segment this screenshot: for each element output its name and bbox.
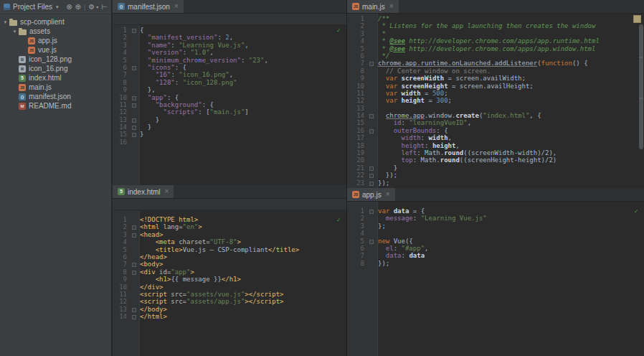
- code-line[interactable]: 9 <h1>{{ message }}</h1>: [113, 276, 346, 283]
- fold-marker-icon[interactable]: [127, 313, 140, 320]
- line-number[interactable]: 5: [347, 45, 364, 52]
- tree-item-vue.js[interactable]: JSvue.js: [0, 45, 111, 55]
- fold-gutter[interactable]: [364, 260, 378, 267]
- line-number[interactable]: 3: [347, 30, 364, 37]
- line-number[interactable]: 6: [113, 64, 127, 71]
- inspection-warning-icon[interactable]: [633, 15, 641, 23]
- line-number[interactable]: 1: [347, 207, 364, 215]
- fold-gutter[interactable]: [127, 246, 140, 253]
- fold-marker-icon[interactable]: [127, 261, 140, 268]
- scrollbar-thumb[interactable]: [639, 24, 643, 149]
- code-line[interactable]: 14 chrome.app.window.create("index.html"…: [347, 112, 644, 119]
- code-line[interactable]: 4 * @see http://developer.chrome.com/app…: [347, 37, 644, 44]
- fold-gutter[interactable]: [127, 284, 140, 291]
- close-tab-icon[interactable]: ×: [389, 3, 394, 10]
- line-number[interactable]: 4: [113, 238, 127, 245]
- code-line[interactable]: 3 "name": "Learning Vue.js",: [113, 42, 346, 49]
- fold-marker-icon[interactable]: [364, 179, 378, 187]
- fold-marker-icon[interactable]: [127, 268, 140, 276]
- code-line[interactable]: 5 "minimum_chrome_version": "23",: [113, 57, 346, 64]
- code-line[interactable]: 13</body>: [113, 306, 346, 313]
- line-number[interactable]: 7: [347, 252, 364, 259]
- code-line[interactable]: 2 * Listens for the app launching then c…: [347, 22, 644, 29]
- fold-marker-icon[interactable]: [364, 112, 378, 119]
- fold-gutter[interactable]: [127, 216, 140, 223]
- fold-gutter[interactable]: [127, 108, 140, 116]
- line-number[interactable]: 17: [347, 134, 364, 141]
- fold-gutter[interactable]: [127, 291, 140, 298]
- fold-gutter[interactable]: [364, 142, 378, 149]
- code-line[interactable]: 12 var height = 300;: [347, 97, 644, 104]
- line-number[interactable]: 11: [347, 90, 364, 97]
- code-line[interactable]: 14</html>: [113, 313, 346, 320]
- code-line[interactable]: 5 * @see http://developer.chrome.com/app…: [347, 45, 644, 52]
- fold-marker-icon[interactable]: [127, 306, 140, 313]
- code-line[interactable]: 9 var screenWidth = screen.availWidth;: [347, 75, 644, 82]
- code-line[interactable]: 5new Vue({: [347, 238, 644, 245]
- fold-marker-icon[interactable]: [364, 238, 378, 245]
- line-number[interactable]: 20: [347, 156, 364, 164]
- code-line[interactable]: 2<html lang="en">: [113, 223, 346, 230]
- fold-marker-icon[interactable]: [127, 101, 140, 108]
- fold-gutter[interactable]: [127, 34, 140, 41]
- hide-panel-icon[interactable]: ⊢: [101, 4, 108, 11]
- code-line[interactable]: 8<div id="app">: [113, 268, 346, 276]
- fold-gutter[interactable]: [127, 57, 140, 64]
- expand-arrow-icon[interactable]: ▼: [11, 29, 19, 34]
- code-line[interactable]: 7<body>: [113, 261, 346, 268]
- code-line[interactable]: 4 <meta charset="UTF-8">: [113, 238, 346, 245]
- code-line[interactable]: 9 },: [113, 86, 346, 93]
- line-number[interactable]: 6: [347, 245, 364, 252]
- code-line[interactable]: 16 outerBounds: {: [347, 127, 644, 134]
- line-number[interactable]: 9: [347, 75, 364, 82]
- close-tab-icon[interactable]: ×: [165, 188, 169, 195]
- inspection-ok-icon[interactable]: ✓: [635, 207, 638, 215]
- code-line[interactable]: 11 "background": {: [113, 101, 346, 108]
- code-line[interactable]: 8 "128": "icon_128.png": [113, 79, 346, 86]
- fold-gutter[interactable]: [364, 37, 378, 44]
- code-line[interactable]: 1{: [113, 27, 346, 34]
- code-line[interactable]: 18 height: height,: [347, 142, 644, 149]
- code-line[interactable]: 13 }: [113, 116, 346, 123]
- fold-gutter[interactable]: [364, 30, 378, 37]
- tab-app.js[interactable]: JSapp.js×: [347, 188, 395, 201]
- line-number[interactable]: 4: [347, 230, 364, 237]
- code-line[interactable]: 23});: [347, 179, 644, 187]
- locate-file-icon[interactable]: ⊕: [75, 4, 81, 11]
- tree-item-app.js[interactable]: JSapp.js: [0, 36, 111, 45]
- code-line[interactable]: 3<head>: [113, 231, 346, 238]
- tree-item-README.md[interactable]: MREADME.md: [0, 101, 111, 111]
- line-number[interactable]: 14: [113, 123, 127, 131]
- code-line[interactable]: 11<script src="assets/vue.js"></script>: [113, 291, 346, 298]
- code-line[interactable]: 13: [347, 105, 644, 112]
- fold-marker-icon[interactable]: [364, 207, 378, 215]
- line-number[interactable]: 11: [113, 291, 127, 298]
- code-line[interactable]: 15}: [113, 131, 346, 138]
- line-number[interactable]: 21: [347, 164, 364, 172]
- line-number[interactable]: 2: [347, 215, 364, 222]
- fold-marker-icon[interactable]: [364, 127, 378, 134]
- inspection-ok-icon[interactable]: ✓: [337, 27, 341, 34]
- inspection-ok-icon[interactable]: ✓: [337, 216, 341, 223]
- code-line[interactable]: 4 "version": "1.0",: [113, 49, 346, 56]
- line-number[interactable]: 16: [347, 127, 364, 134]
- code-line[interactable]: 3 *: [347, 30, 644, 37]
- fold-gutter[interactable]: [127, 238, 140, 245]
- project-tool-icon[interactable]: [4, 4, 10, 10]
- line-number[interactable]: 2: [347, 22, 364, 29]
- line-number[interactable]: 6: [113, 253, 127, 261]
- fold-gutter[interactable]: [364, 22, 378, 29]
- code-line[interactable]: 10</div>: [113, 284, 346, 291]
- fold-gutter[interactable]: [364, 15, 378, 22]
- line-number[interactable]: 5: [113, 57, 127, 64]
- fold-marker-icon[interactable]: [127, 231, 140, 238]
- code-line[interactable]: 4: [347, 230, 644, 237]
- code-line[interactable]: 10 var screenHeight = screen.availHeight…: [347, 83, 644, 90]
- fold-gutter[interactable]: [364, 105, 378, 112]
- line-number[interactable]: 1: [113, 27, 127, 34]
- fold-gutter[interactable]: [364, 83, 378, 90]
- fold-marker-icon[interactable]: [127, 27, 140, 34]
- code-line[interactable]: 20 top: Math.round((screenHeight-height)…: [347, 156, 644, 164]
- collapse-all-icon[interactable]: ⊗: [66, 4, 72, 11]
- tab-index.html[interactable]: 5index.html×: [113, 185, 174, 198]
